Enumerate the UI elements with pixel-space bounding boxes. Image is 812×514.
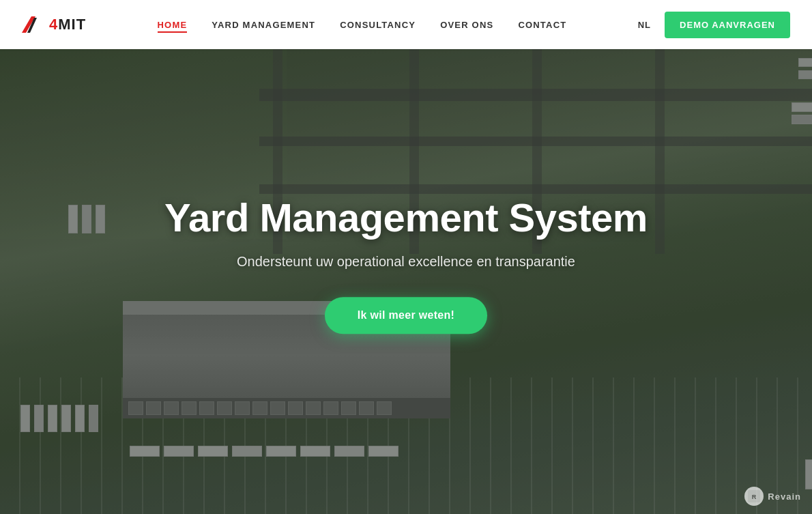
language-selector[interactable]: NL	[638, 20, 651, 30]
nav-right: NL DEMO AANVRAGEN	[638, 12, 790, 38]
nav-link-over-ons[interactable]: OVER ONS	[440, 20, 493, 30]
nav-item-yard[interactable]: YARD MANAGEMENT	[212, 18, 315, 31]
nav-link-home[interactable]: HOME	[158, 20, 188, 33]
logo[interactable]: 4MIT	[22, 12, 86, 37]
watermark-label: Revain	[768, 491, 801, 502]
nav-link-contact[interactable]: CONTACT	[518, 20, 566, 30]
hero-subtitle: Ondersteunt uw operational excellence en…	[133, 254, 679, 270]
demo-button[interactable]: DEMO AANVRAGEN	[665, 12, 790, 38]
revain-logo: R	[748, 490, 760, 502]
svg-text:R: R	[752, 494, 757, 500]
watermark-icon: R	[744, 487, 764, 506]
hero-section: 4MIT HOME YARD MANAGEMENT CONSULTANCY OV…	[0, 0, 812, 514]
nav-links: HOME YARD MANAGEMENT CONSULTANCY OVER ON…	[158, 18, 567, 31]
hero-title: Yard Management System	[133, 195, 679, 240]
watermark: R Revain	[744, 487, 801, 506]
nav-item-over-ons[interactable]: OVER ONS	[440, 18, 493, 31]
logo-text: 4MIT	[49, 16, 86, 33]
logo-icon	[22, 12, 46, 37]
hero-cta-button[interactable]: Ik wil meer weten!	[325, 297, 487, 334]
nav-link-yard[interactable]: YARD MANAGEMENT	[212, 20, 315, 30]
hero-content: Yard Management System Ondersteunt uw op…	[133, 195, 679, 334]
nav-item-home[interactable]: HOME	[158, 18, 188, 31]
navbar: 4MIT HOME YARD MANAGEMENT CONSULTANCY OV…	[0, 0, 812, 49]
nav-link-consultancy[interactable]: CONSULTANCY	[340, 20, 416, 30]
nav-item-consultancy[interactable]: CONSULTANCY	[340, 18, 416, 31]
nav-item-contact[interactable]: CONTACT	[518, 18, 566, 31]
